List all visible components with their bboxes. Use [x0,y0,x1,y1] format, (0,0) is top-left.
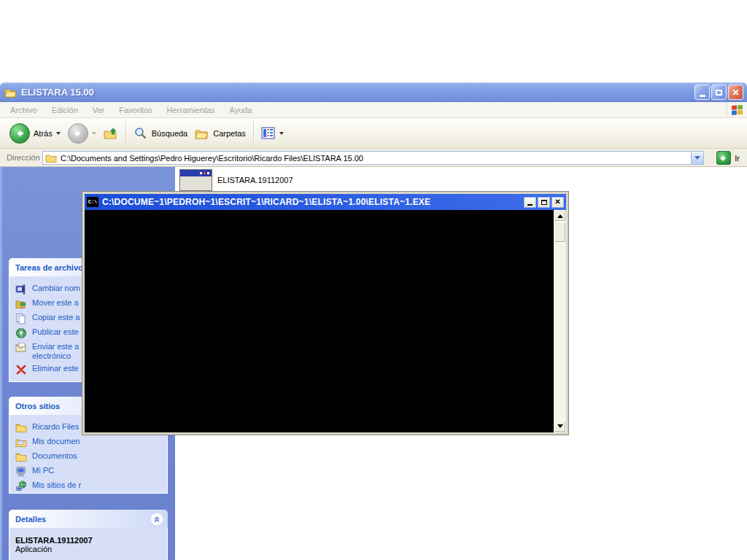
back-dropdown-icon [56,132,61,137]
place-shared-documents[interactable]: Documentos [14,450,164,464]
move-icon [15,298,27,310]
copy-icon [15,313,27,324]
menu-favoritos[interactable]: Favoritos [112,106,159,114]
addressbar: Dirección C:\Documents and Settings\Pedr… [0,149,747,167]
scroll-up-button[interactable] [554,210,566,222]
file-item-elistara[interactable]: ELISTARA.19112007 [179,169,293,191]
console-maximize-button[interactable] [538,197,550,208]
shared-documents-icon [15,451,27,463]
menu-edicion[interactable]: Edición [44,106,85,114]
views-dropdown-icon [279,132,284,137]
chevron-down-icon [694,156,700,163]
toolbar-separator [253,122,254,145]
menu-herramientas[interactable]: Herramientas [160,106,222,114]
place-label: Documentos [32,451,77,461]
details-title: Detalles [15,515,46,524]
open-folder-icon [4,87,18,98]
window-title: ELISTARA 15.00 [21,87,94,98]
address-path: C:\Documents and Settings\Pedro Higuerey… [61,154,363,163]
toolbar: Atrás [0,118,747,149]
details-file-type: Aplicación [15,545,161,553]
restore-icon [716,90,722,96]
explorer-titlebar: ELISTARA 15.00 ✕ [0,82,747,102]
search-button[interactable]: Búsqueda [130,120,192,147]
my-documents-icon [15,437,27,448]
details-header[interactable]: Detalles [9,510,168,528]
application-icon [179,169,212,191]
console-output[interactable] [85,210,566,432]
toolbar-separator [125,122,126,145]
forward-dropdown-icon [92,132,96,137]
place-label: Ricardo Files [32,422,79,432]
delete-icon [15,364,27,376]
console-window-controls: ✕ [524,197,564,208]
chevron-up-icon [152,515,161,524]
my-computer-icon [15,466,27,478]
menu-archivo[interactable]: Archivo [3,106,44,114]
close-icon: ✕ [732,88,739,97]
address-dropdown-button[interactable] [691,152,703,164]
console-titlebar: C:\ C:\DOCUME~1\PEDROH~1\ESCRIT~1\RICARD… [85,194,566,210]
minimize-icon [700,95,705,97]
folder-up-icon [104,127,118,140]
back-icon [9,123,30,144]
task-label-line2: electrónico [32,351,71,360]
forward-button[interactable] [64,120,100,147]
go-label: Ir [735,154,740,163]
address-folder-icon [45,153,57,163]
file-item-label: ELISTARA.19112007 [217,176,293,184]
folders-label: Carpetas [213,129,246,138]
close-button[interactable]: ✕ [728,85,743,100]
console-close-button[interactable]: ✕ [551,197,564,208]
folder-icon [15,422,27,434]
scrollbar-thumb[interactable] [554,222,566,243]
window-controls: ✕ [694,85,743,100]
menu-ver[interactable]: Ver [85,106,112,114]
console-scrollbar[interactable] [554,210,566,432]
task-label: Publicar este [32,327,79,337]
menu-ayuda[interactable]: Ayuda [222,106,260,114]
place-network[interactable]: Mis sitios de r [14,479,164,494]
task-label: Cambiar nom [32,284,80,293]
details-panel: Detalles ELISTARA.19112007 Aplicación Fe… [9,510,168,560]
task-label: Copiar este a [32,313,80,322]
go-button[interactable] [716,151,731,165]
views-icon [261,127,276,140]
arrow-up-icon [557,211,563,218]
place-my-computer[interactable]: Mi PC [14,464,164,479]
folders-icon [195,127,209,140]
collapse-button[interactable] [150,513,163,526]
place-label: Mis documen [32,437,80,446]
other-places-title: Otros sitios [15,402,60,411]
back-button[interactable]: Atrás [6,120,64,147]
scroll-down-button[interactable] [554,421,566,432]
back-label: Atrás [34,129,53,138]
close-icon: ✕ [554,198,560,206]
menubar: Archivo Edición Ver Favoritos Herramient… [0,102,747,118]
place-label: Mi PC [32,466,54,475]
details-body: ELISTARA.19112007 Aplicación Fecha de mo… [9,528,168,560]
task-label: Mover este a [32,298,79,308]
minimize-button[interactable] [694,85,710,100]
console-window-title: C:\DOCUME~1\PEDROH~1\ESCRIT~1\RICARD~1\E… [102,197,430,207]
email-icon [15,342,27,354]
desktop: ELISTARA 15.00 ✕ Archivo Edición Ver Fav… [0,0,747,560]
place-my-documents[interactable]: Mis documen [14,435,164,450]
views-button[interactable] [258,120,287,147]
maximize-icon [541,200,547,205]
restore-button[interactable] [711,85,727,100]
network-icon [15,481,27,492]
search-label: Búsqueda [152,129,188,138]
console-icon: C:\ [87,197,98,207]
console-minimize-button[interactable] [524,197,536,208]
details-file-name: ELISTARA.19112007 [15,536,161,545]
arrow-down-icon [557,424,563,431]
address-input[interactable]: C:\Documents and Settings\Pedro Higuerey… [42,151,704,165]
folders-button[interactable]: Carpetas [191,120,249,147]
task-label: Enviar este a [32,342,79,351]
publish-icon [15,327,27,339]
windows-logo-icon [727,102,747,117]
up-button[interactable] [100,120,122,147]
search-icon [133,127,148,140]
address-label: Dirección [0,153,47,162]
